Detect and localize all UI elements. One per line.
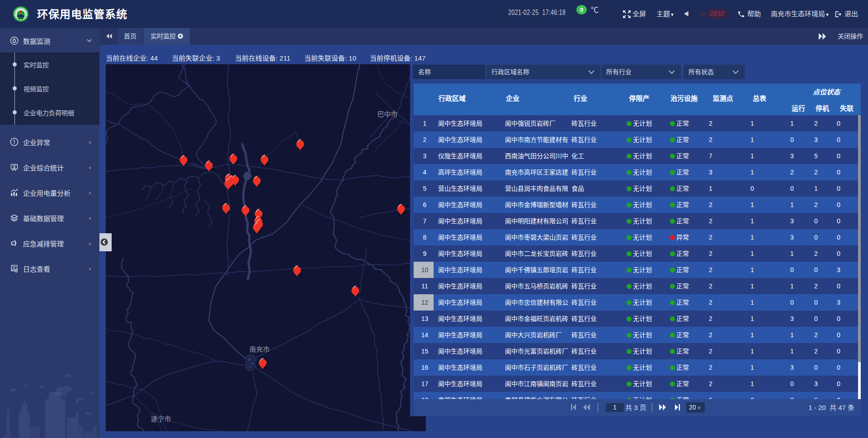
svg-text:遂宁市: 遂宁市 — [151, 415, 171, 423]
svg-text:巴中市: 巴中市 — [377, 110, 397, 118]
svg-text:南充市: 南充市 — [249, 345, 269, 353]
